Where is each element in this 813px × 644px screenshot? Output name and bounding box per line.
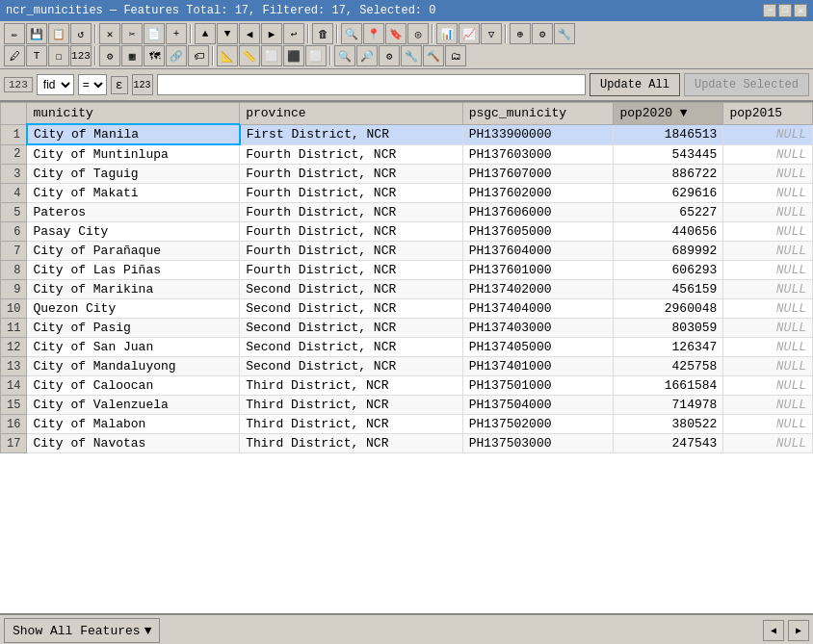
table-row[interactable]: 12City of San JuanSecond District, NCRPH… <box>1 338 813 357</box>
pin-icon[interactable]: 📍 <box>363 23 384 44</box>
cell-province: Third District, NCR <box>240 376 462 396</box>
filter-field-select[interactable]: fid <box>37 74 74 95</box>
select-icon[interactable]: ⬜ <box>261 45 282 66</box>
copy-icon[interactable]: 📋 <box>48 23 69 44</box>
trash-icon[interactable]: 🗑 <box>312 23 333 44</box>
toolbar-row-1: ✏ 💾 📋 ↺ ✕ ✂ 📄 + ▲ ▼ ◀ ▶ ↩ 🗑 🔍 📍 🔖 ◎ 📊 📈 … <box>4 23 809 44</box>
cell-pop2015: NULL <box>723 434 813 453</box>
toolbar-sep2-1 <box>94 46 96 65</box>
cell-psgc: PH137401000 <box>462 357 614 376</box>
cell-municity: City of Las Piñas <box>27 261 240 280</box>
minimize-button[interactable]: − <box>763 4 776 17</box>
tag-icon[interactable]: 🏷 <box>188 45 209 66</box>
close-button[interactable]: ✕ <box>794 4 807 17</box>
row-number: 14 <box>1 376 27 396</box>
table-row[interactable]: 8City of Las PiñasFourth District, NCRPH… <box>1 261 813 280</box>
pen-icon[interactable]: 🖊 <box>4 45 25 66</box>
cell-pop2015: NULL <box>723 376 813 396</box>
cell-pop2020: 606293 <box>614 261 723 280</box>
update-all-button[interactable]: Update All <box>590 73 680 96</box>
bookmark-icon[interactable]: 🔖 <box>385 23 406 44</box>
move-down-icon[interactable]: ▼ <box>217 23 238 44</box>
table-row[interactable]: 17City of NavotasThird District, NCRPH13… <box>1 434 813 453</box>
cut-icon[interactable]: ✂ <box>121 23 143 44</box>
nav-prev-button[interactable]: ◀ <box>763 620 784 641</box>
maximize-button[interactable]: □ <box>778 4 792 17</box>
text-icon[interactable]: T <box>26 45 47 66</box>
cell-province: Second District, NCR <box>240 357 462 376</box>
target-icon[interactable]: ◎ <box>407 23 429 44</box>
cell-pop2015: NULL <box>723 319 813 338</box>
cell-municity: Quezon City <box>27 299 240 319</box>
filter-operator-select[interactable]: = <box>78 74 107 95</box>
row-number: 17 <box>1 434 27 453</box>
cell-pop2015: NULL <box>723 124 813 144</box>
settings-icon[interactable]: ⚙ <box>532 23 553 44</box>
filter-value-input[interactable] <box>157 74 586 95</box>
table-row[interactable]: 6Pasay CityFourth District, NCRPH1376050… <box>1 222 813 242</box>
forward-icon[interactable]: ▶ <box>261 23 282 44</box>
files-icon[interactable]: 🗂 <box>445 45 466 66</box>
update-selected-button[interactable]: Update Selected <box>684 73 809 96</box>
table-row[interactable]: 16City of MalabonThird District, NCRPH13… <box>1 415 813 434</box>
cell-psgc: PH137601000 <box>462 261 614 280</box>
cell-pop2020: 456159 <box>614 280 723 299</box>
checkbox-icon[interactable]: ☐ <box>48 45 69 66</box>
zoom-icon[interactable]: 🔎 <box>356 45 378 66</box>
table-row[interactable]: 7City of ParañaqueFourth District, NCRPH… <box>1 242 813 261</box>
cell-psgc: PH137603000 <box>462 144 614 165</box>
hammer-icon[interactable]: 🔨 <box>423 45 444 66</box>
stats-icon[interactable]: 📈 <box>459 23 480 44</box>
cell-psgc: PH137403000 <box>462 319 614 338</box>
number-icon[interactable]: 123 <box>70 45 92 66</box>
table-row[interactable]: 11City of PasigSecond District, NCRPH137… <box>1 319 813 338</box>
options-icon[interactable]: ⚙ <box>379 45 400 66</box>
link-icon[interactable]: 🔗 <box>166 45 187 66</box>
nav-next-button[interactable]: ▶ <box>788 620 809 641</box>
table-row[interactable]: 10Quezon CitySecond District, NCRPH13740… <box>1 299 813 319</box>
paste-icon[interactable]: 📄 <box>144 23 165 44</box>
cell-pop2020: 803059 <box>614 319 723 338</box>
config-icon[interactable]: ⚙ <box>99 45 120 66</box>
col-header-pop2015[interactable]: pop2015 <box>723 103 813 125</box>
cell-psgc: PH137602000 <box>462 184 614 203</box>
measure-icon[interactable]: 📐 <box>217 45 238 66</box>
find-icon[interactable]: 🔍 <box>334 45 355 66</box>
table-row[interactable]: 9City of MarikinaSecond District, NCRPH1… <box>1 280 813 299</box>
table-row[interactable]: 3City of TaguigFourth District, NCRPH137… <box>1 165 813 184</box>
back-icon[interactable]: ◀ <box>239 23 260 44</box>
col-header-psgc[interactable]: psgc_municity <box>462 103 614 125</box>
table-row[interactable]: 1City of ManilaFirst District, NCRPH1339… <box>1 124 813 144</box>
tools-icon[interactable]: 🔧 <box>401 45 422 66</box>
table-icon[interactable]: ▦ <box>121 45 143 66</box>
refresh-icon[interactable]: ↺ <box>70 23 92 44</box>
new-row-icon[interactable]: + <box>166 23 187 44</box>
filter-icon[interactable]: ▽ <box>481 23 502 44</box>
show-all-features-button[interactable]: Show All Features ▼ <box>4 618 160 643</box>
cell-pop2015: NULL <box>723 242 813 261</box>
delete-icon[interactable]: ✕ <box>99 23 120 44</box>
search-icon[interactable]: 🔍 <box>341 23 362 44</box>
edit-icon[interactable]: ✏ <box>4 23 25 44</box>
table-row[interactable]: 4City of MakatiFourth District, NCRPH137… <box>1 184 813 203</box>
zoom-in-icon[interactable]: ⊕ <box>510 23 531 44</box>
gear-icon[interactable]: 🔧 <box>554 23 575 44</box>
table-row[interactable]: 13City of MandaluyongSecond District, NC… <box>1 357 813 376</box>
col-header-municity[interactable]: municity <box>27 103 240 125</box>
table-row[interactable]: 14City of CaloocanThird District, NCRPH1… <box>1 376 813 396</box>
table-row[interactable]: 15City of ValenzuelaThird District, NCRP… <box>1 396 813 415</box>
move-up-icon[interactable]: ▲ <box>195 23 216 44</box>
save-icon[interactable]: 💾 <box>26 23 47 44</box>
table-row[interactable]: 5PaterosFourth District, NCRPH1376060006… <box>1 203 813 222</box>
col-header-pop2020[interactable]: pop2020 ▼ <box>614 103 723 125</box>
row-number: 9 <box>1 280 27 299</box>
table-row[interactable]: 2City of MuntinlupaFourth District, NCRP… <box>1 144 813 165</box>
cell-municity: City of Manila <box>27 124 240 144</box>
undo-icon[interactable]: ↩ <box>283 23 304 44</box>
ruler-icon[interactable]: 📏 <box>239 45 260 66</box>
fill-icon[interactable]: ⬛ <box>283 45 304 66</box>
col-header-province[interactable]: province <box>240 103 462 125</box>
map-icon[interactable]: 🗺 <box>144 45 165 66</box>
chart-icon[interactable]: 📊 <box>436 23 458 44</box>
outline-icon[interactable]: ⬜ <box>305 45 327 66</box>
